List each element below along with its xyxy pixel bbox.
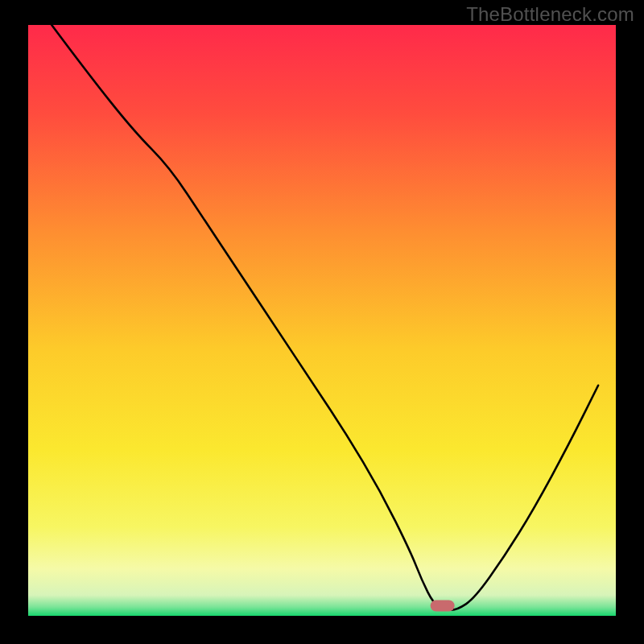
watermark-text: TheBottleneck.com — [466, 3, 634, 26]
bottleneck-chart — [0, 0, 644, 644]
chart-frame: TheBottleneck.com — [0, 0, 644, 644]
optimal-marker — [431, 601, 455, 612]
plot-background — [28, 25, 616, 616]
